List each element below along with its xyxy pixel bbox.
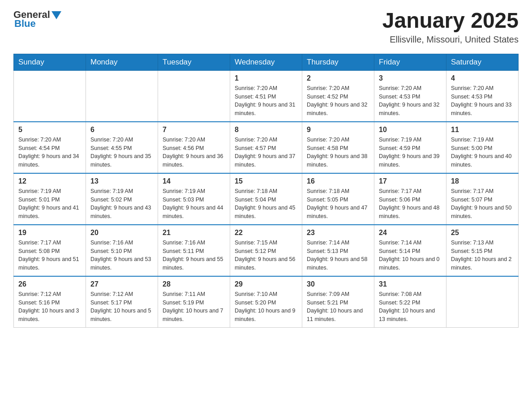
- day-info: Sunrise: 7:12 AM Sunset: 5:16 PM Dayligh…: [18, 290, 81, 324]
- calendar-body: 1Sunrise: 7:20 AM Sunset: 4:51 PM Daylig…: [14, 70, 519, 327]
- day-of-week-header: Sunday: [14, 54, 86, 70]
- calendar-day-cell: [158, 70, 230, 122]
- calendar-day-cell: [446, 276, 519, 328]
- day-number: 16: [307, 177, 369, 185]
- calendar-day-cell: 11Sunrise: 7:19 AM Sunset: 5:00 PM Dayli…: [446, 122, 519, 173]
- day-info: Sunrise: 7:09 AM Sunset: 5:21 PM Dayligh…: [307, 290, 369, 324]
- calendar-day-cell: 14Sunrise: 7:19 AM Sunset: 5:03 PM Dayli…: [158, 173, 230, 225]
- calendar-day-cell: 13Sunrise: 7:19 AM Sunset: 5:02 PM Dayli…: [86, 173, 158, 225]
- calendar-day-cell: 6Sunrise: 7:20 AM Sunset: 4:55 PM Daylig…: [86, 122, 158, 173]
- day-info: Sunrise: 7:14 AM Sunset: 5:14 PM Dayligh…: [379, 239, 442, 272]
- day-info: Sunrise: 7:11 AM Sunset: 5:19 PM Dayligh…: [163, 290, 225, 324]
- title-section: January 2025 Ellisville, Missouri, Unite…: [382, 9, 519, 45]
- day-info: Sunrise: 7:16 AM Sunset: 5:10 PM Dayligh…: [90, 239, 153, 272]
- day-number: 30: [307, 280, 369, 288]
- calendar-day-cell: [86, 70, 158, 122]
- day-info: Sunrise: 7:20 AM Sunset: 4:51 PM Dayligh…: [235, 84, 297, 118]
- day-number: 17: [379, 177, 442, 185]
- calendar-day-cell: 12Sunrise: 7:19 AM Sunset: 5:01 PM Dayli…: [14, 173, 86, 225]
- day-number: 23: [307, 229, 369, 237]
- day-info: Sunrise: 7:20 AM Sunset: 4:57 PM Dayligh…: [235, 136, 297, 169]
- calendar-day-cell: 1Sunrise: 7:20 AM Sunset: 4:51 PM Daylig…: [230, 70, 302, 122]
- day-info: Sunrise: 7:17 AM Sunset: 5:06 PM Dayligh…: [379, 187, 442, 221]
- day-info: Sunrise: 7:20 AM Sunset: 4:53 PM Dayligh…: [379, 84, 442, 118]
- calendar-week-row: 1Sunrise: 7:20 AM Sunset: 4:51 PM Daylig…: [14, 70, 519, 122]
- day-number: 1: [235, 74, 297, 82]
- day-info: Sunrise: 7:20 AM Sunset: 4:55 PM Dayligh…: [90, 136, 153, 169]
- day-number: 26: [18, 280, 81, 288]
- calendar-day-cell: 31Sunrise: 7:08 AM Sunset: 5:22 PM Dayli…: [374, 276, 446, 328]
- calendar-day-cell: 21Sunrise: 7:16 AM Sunset: 5:11 PM Dayli…: [158, 225, 230, 276]
- day-number: 28: [163, 280, 225, 288]
- location-text: Ellisville, Missouri, United States: [382, 34, 519, 45]
- calendar-day-cell: 28Sunrise: 7:11 AM Sunset: 5:19 PM Dayli…: [158, 276, 230, 328]
- calendar-day-cell: 8Sunrise: 7:20 AM Sunset: 4:57 PM Daylig…: [230, 122, 302, 173]
- calendar-day-cell: 9Sunrise: 7:20 AM Sunset: 4:58 PM Daylig…: [302, 122, 374, 173]
- days-of-week-row: SundayMondayTuesdayWednesdayThursdayFrid…: [14, 54, 519, 70]
- day-of-week-header: Friday: [374, 54, 446, 70]
- day-info: Sunrise: 7:19 AM Sunset: 5:03 PM Dayligh…: [163, 187, 225, 221]
- day-info: Sunrise: 7:12 AM Sunset: 5:17 PM Dayligh…: [90, 290, 153, 324]
- page-header: General Blue January 2025 Ellisville, Mi…: [13, 9, 519, 45]
- day-number: 8: [235, 126, 297, 134]
- day-number: 12: [18, 177, 81, 185]
- day-of-week-header: Wednesday: [230, 54, 302, 70]
- calendar-week-row: 26Sunrise: 7:12 AM Sunset: 5:16 PM Dayli…: [14, 276, 519, 328]
- day-number: 31: [379, 280, 442, 288]
- calendar-day-cell: 20Sunrise: 7:16 AM Sunset: 5:10 PM Dayli…: [86, 225, 158, 276]
- calendar-table: SundayMondayTuesdayWednesdayThursdayFrid…: [13, 54, 519, 328]
- calendar-day-cell: 3Sunrise: 7:20 AM Sunset: 4:53 PM Daylig…: [374, 70, 446, 122]
- calendar-week-row: 5Sunrise: 7:20 AM Sunset: 4:54 PM Daylig…: [14, 122, 519, 173]
- calendar-week-row: 19Sunrise: 7:17 AM Sunset: 5:08 PM Dayli…: [14, 225, 519, 276]
- day-info: Sunrise: 7:20 AM Sunset: 4:54 PM Dayligh…: [18, 136, 81, 169]
- logo-blue-text: Blue: [14, 18, 36, 30]
- day-number: 19: [18, 229, 81, 237]
- day-info: Sunrise: 7:17 AM Sunset: 5:08 PM Dayligh…: [18, 239, 81, 272]
- day-info: Sunrise: 7:08 AM Sunset: 5:22 PM Dayligh…: [379, 290, 442, 324]
- day-of-week-header: Monday: [86, 54, 158, 70]
- calendar-day-cell: 4Sunrise: 7:20 AM Sunset: 4:53 PM Daylig…: [446, 70, 519, 122]
- calendar-day-cell: 30Sunrise: 7:09 AM Sunset: 5:21 PM Dayli…: [302, 276, 374, 328]
- calendar-day-cell: 16Sunrise: 7:18 AM Sunset: 5:05 PM Dayli…: [302, 173, 374, 225]
- calendar-header: SundayMondayTuesdayWednesdayThursdayFrid…: [14, 54, 519, 70]
- day-info: Sunrise: 7:15 AM Sunset: 5:12 PM Dayligh…: [235, 239, 297, 272]
- day-info: Sunrise: 7:17 AM Sunset: 5:07 PM Dayligh…: [451, 187, 514, 221]
- calendar-day-cell: 5Sunrise: 7:20 AM Sunset: 4:54 PM Daylig…: [14, 122, 86, 173]
- month-title: January 2025: [382, 9, 519, 33]
- day-number: 7: [163, 126, 225, 134]
- day-number: 13: [90, 177, 153, 185]
- day-number: 20: [90, 229, 153, 237]
- svg-marker-0: [51, 11, 61, 19]
- calendar-day-cell: 24Sunrise: 7:14 AM Sunset: 5:14 PM Dayli…: [374, 225, 446, 276]
- day-number: 22: [235, 229, 297, 237]
- calendar-day-cell: 2Sunrise: 7:20 AM Sunset: 4:52 PM Daylig…: [302, 70, 374, 122]
- day-info: Sunrise: 7:18 AM Sunset: 5:04 PM Dayligh…: [235, 187, 297, 221]
- day-number: 2: [307, 74, 369, 82]
- day-info: Sunrise: 7:19 AM Sunset: 5:01 PM Dayligh…: [18, 187, 81, 221]
- day-number: 24: [379, 229, 442, 237]
- day-of-week-header: Thursday: [302, 54, 374, 70]
- day-info: Sunrise: 7:19 AM Sunset: 4:59 PM Dayligh…: [379, 136, 442, 169]
- calendar-day-cell: 19Sunrise: 7:17 AM Sunset: 5:08 PM Dayli…: [14, 225, 86, 276]
- calendar-day-cell: 10Sunrise: 7:19 AM Sunset: 4:59 PM Dayli…: [374, 122, 446, 173]
- day-info: Sunrise: 7:13 AM Sunset: 5:15 PM Dayligh…: [451, 239, 514, 272]
- calendar-day-cell: 22Sunrise: 7:15 AM Sunset: 5:12 PM Dayli…: [230, 225, 302, 276]
- calendar-day-cell: [14, 70, 86, 122]
- logo: General Blue: [13, 9, 61, 30]
- calendar-day-cell: 29Sunrise: 7:10 AM Sunset: 5:20 PM Dayli…: [230, 276, 302, 328]
- day-number: 5: [18, 126, 81, 134]
- day-number: 3: [379, 74, 442, 82]
- day-info: Sunrise: 7:20 AM Sunset: 4:58 PM Dayligh…: [307, 136, 369, 169]
- day-info: Sunrise: 7:14 AM Sunset: 5:13 PM Dayligh…: [307, 239, 369, 272]
- logo-triangle-icon: [51, 11, 61, 19]
- calendar-day-cell: 23Sunrise: 7:14 AM Sunset: 5:13 PM Dayli…: [302, 225, 374, 276]
- calendar-day-cell: 26Sunrise: 7:12 AM Sunset: 5:16 PM Dayli…: [14, 276, 86, 328]
- day-info: Sunrise: 7:19 AM Sunset: 5:02 PM Dayligh…: [90, 187, 153, 221]
- day-number: 29: [235, 280, 297, 288]
- day-of-week-header: Tuesday: [158, 54, 230, 70]
- calendar-day-cell: 25Sunrise: 7:13 AM Sunset: 5:15 PM Dayli…: [446, 225, 519, 276]
- calendar-day-cell: 17Sunrise: 7:17 AM Sunset: 5:06 PM Dayli…: [374, 173, 446, 225]
- day-number: 6: [90, 126, 153, 134]
- day-of-week-header: Saturday: [446, 54, 519, 70]
- day-number: 10: [379, 126, 442, 134]
